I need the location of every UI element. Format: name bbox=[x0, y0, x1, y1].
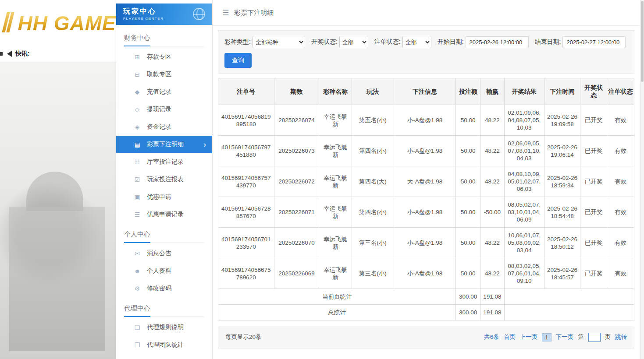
jump-page-input[interactable] bbox=[588, 333, 601, 342]
bet-table: 注单号期数彩种名称玩法下注信息投注额输赢开奖结果下注时间开奖状态注单状态 401… bbox=[218, 78, 634, 320]
main-content: 彩种类型: 全部彩种 开奖状态: 全部 注单状态: 全部 开始日期: bbox=[213, 26, 644, 348]
window-scrollbar[interactable] bbox=[640, 0, 644, 359]
draw-status-select[interactable]: 全部 bbox=[339, 36, 368, 48]
sidebar-item-hall-bet-record[interactable]: ☷厅室投注记录 bbox=[116, 153, 212, 171]
sidebar-item-promo-apply[interactable]: ▣优惠申请 bbox=[116, 188, 212, 206]
amount-cell: 50.00 bbox=[456, 228, 480, 258]
funds-record-icon: ◈ bbox=[134, 123, 141, 130]
menu-toggle-icon[interactable]: ☰ bbox=[222, 8, 229, 18]
play-cell: 第五名(小) bbox=[352, 105, 394, 136]
first-page-link[interactable]: 首页 bbox=[504, 333, 516, 341]
sidebar-item-lottery-bet-detail[interactable]: ▤彩票下注明细› bbox=[116, 136, 212, 153]
jump-button[interactable]: 跳转 bbox=[615, 333, 627, 341]
search-button[interactable]: 查询 bbox=[224, 53, 252, 68]
bet-info-cell: 大-A盘@1.98 bbox=[394, 166, 456, 197]
start-date-label: 开始日期: bbox=[438, 38, 464, 46]
winloss-cell: 48.22 bbox=[480, 166, 505, 197]
result-cell: 02,01,09,06,04,08,07,05,10,03 bbox=[504, 105, 544, 136]
total-summary-empty bbox=[504, 305, 634, 320]
summary-body: 当前页统计 300.00 191.08 总统计 300.00 191.08 bbox=[218, 289, 634, 320]
end-date-input[interactable] bbox=[562, 36, 626, 48]
jump-prefix-label: 第 bbox=[578, 333, 584, 341]
draw-status-cell: 已开奖 bbox=[580, 228, 607, 258]
order-id-cell: 401569174056819895180 bbox=[218, 105, 274, 136]
sidebar-item-withdraw[interactable]: ⊟取款专区 bbox=[116, 66, 212, 83]
sidebar-item-withdraw-record[interactable]: ◇提现记录 bbox=[116, 101, 212, 118]
sidebar-item-label: 存款专区 bbox=[147, 53, 171, 61]
sidebar-item-change-password[interactable]: ⚙修改密码 bbox=[116, 280, 212, 297]
current-page-number[interactable]: 1 bbox=[542, 333, 551, 341]
site-background: HH GAME 快讯: bbox=[0, 0, 116, 359]
site-logo: HH GAME bbox=[18, 11, 116, 35]
sidebar-item-promo-apply-record[interactable]: ☰优惠申请记录 bbox=[116, 206, 212, 223]
sidebar-item-label: 取款专区 bbox=[147, 70, 171, 78]
pagination-bar: 每页显示20条 共6条 首页 上一页 1 下一页 第 页 跳转 bbox=[218, 326, 634, 348]
sidebar-item-profile[interactable]: ☻个人资料 bbox=[116, 262, 212, 280]
lottery-name-cell: 幸运飞艇新 bbox=[319, 228, 352, 258]
chevron-right-icon: › bbox=[203, 141, 206, 148]
sidebar-item-agent-rules[interactable]: ❏代理规则说明 bbox=[116, 319, 212, 336]
sidebar-item-funds-record[interactable]: ◈资金记录 bbox=[116, 118, 212, 136]
page-summary-empty bbox=[504, 289, 634, 305]
prev-page-link[interactable]: 上一页 bbox=[520, 333, 538, 341]
lottery-name-cell: 幸运飞艇新 bbox=[319, 197, 352, 228]
sidebar-item-messages[interactable]: ✉消息公告 bbox=[116, 245, 212, 262]
player-bet-report-icon: ☑ bbox=[134, 176, 141, 183]
start-date-input[interactable] bbox=[466, 36, 529, 48]
bet-time-cell: 2025-02-26 18:54:48 bbox=[544, 197, 580, 228]
result-cell: 08,05,02,07,03,10,01,04,06,09 bbox=[504, 197, 544, 228]
table-header-row: 注单号期数彩种名称玩法下注信息投注额输赢开奖结果下注时间开奖状态注单状态 bbox=[218, 78, 634, 105]
winloss-cell: 48.22 bbox=[480, 105, 505, 136]
lottery-type-select[interactable]: 全部彩种 bbox=[253, 36, 305, 48]
page-summary-row: 当前页统计 300.00 191.08 bbox=[218, 289, 634, 305]
total-summary-bet-total: 300.00 bbox=[456, 305, 480, 320]
order-status-select[interactable]: 全部 bbox=[402, 36, 431, 48]
promo-apply-record-icon: ☰ bbox=[134, 211, 141, 218]
sidebar-nav: 财务中心⊞存款专区⊟取款专区◆充值记录◇提现记录◈资金记录▤彩票下注明细›☷厅室… bbox=[116, 25, 212, 358]
column-header: 投注额 bbox=[456, 78, 480, 105]
result-cell: 04,08,10,09,05,01,02,07,06,03 bbox=[504, 166, 544, 197]
sidebar-item-deposit[interactable]: ⊞存款专区 bbox=[116, 48, 212, 66]
sidebar-item-label: 个人资料 bbox=[147, 267, 171, 275]
column-header: 彩种名称 bbox=[319, 78, 352, 105]
period-cell: 20250226071 bbox=[274, 197, 319, 228]
order-status-cell: 有效 bbox=[607, 258, 634, 289]
sidebar-item-label: 优惠申请记录 bbox=[147, 211, 184, 218]
total-count-label: 共6条 bbox=[484, 333, 499, 341]
period-cell: 20250226069 bbox=[274, 258, 319, 289]
order-id-cell: 401569174056675789620 bbox=[218, 258, 274, 289]
period-cell: 20250226072 bbox=[274, 166, 319, 197]
logo-area: HH GAME bbox=[0, 0, 116, 46]
bet-info-cell: 小-A盘@1.98 bbox=[394, 105, 456, 136]
play-cell: 第三名(小) bbox=[352, 228, 394, 258]
table-row: 40156917405681989518020250226074幸运飞艇新第五名… bbox=[218, 105, 634, 136]
sidebar-item-label: 代理团队统计 bbox=[147, 341, 184, 349]
next-page-link[interactable]: 下一页 bbox=[556, 333, 574, 341]
sidebar-item-label: 彩票下注明细 bbox=[147, 141, 184, 148]
app-window: HH GAME 快讯: 玩家中心 PLAYERS CENTER 财务中心⊞存款专… bbox=[0, 0, 644, 359]
draw-status-cell: 已开奖 bbox=[580, 258, 607, 289]
main-header: ☰ 彩票下注明细 bbox=[213, 0, 644, 26]
table-row: 40156917405672885767020250226071幸运飞艇新第四名… bbox=[218, 197, 634, 228]
logo-bars-icon bbox=[4, 12, 13, 34]
page-summary-winloss-total: 191.08 bbox=[480, 289, 505, 305]
play-cell: 第三名(小) bbox=[352, 258, 394, 289]
draw-status-cell: 已开奖 bbox=[580, 105, 607, 136]
period-cell: 20250226073 bbox=[274, 136, 319, 166]
draw-status-label: 开奖状态: bbox=[311, 38, 338, 46]
lottery-type-label: 彩种类型: bbox=[224, 38, 251, 46]
sidebar-item-agent-team[interactable]: ❐代理团队统计 bbox=[116, 336, 212, 354]
main-panel: ☰ 彩票下注明细 彩种类型: 全部彩种 开奖状态: 全部 注单状态: bbox=[213, 0, 644, 359]
gear-icon: ⚙ bbox=[134, 285, 141, 292]
sidebar-header: 玩家中心 PLAYERS CENTER bbox=[116, 4, 212, 25]
scrollbar-thumb[interactable] bbox=[641, 1, 644, 82]
lottery-bet-detail-icon: ▤ bbox=[134, 141, 141, 148]
column-header: 期数 bbox=[274, 78, 319, 105]
period-cell: 20250226074 bbox=[274, 105, 319, 136]
sidebar-item-recharge-record[interactable]: ◆充值记录 bbox=[116, 83, 212, 101]
recharge-record-icon: ◆ bbox=[134, 88, 141, 95]
sidebar-item-player-bet-report[interactable]: ☑玩家投注报表 bbox=[116, 171, 212, 188]
order-status-cell: 有效 bbox=[607, 166, 634, 197]
hall-bet-record-icon: ☷ bbox=[134, 158, 141, 165]
background-photo bbox=[0, 62, 116, 359]
